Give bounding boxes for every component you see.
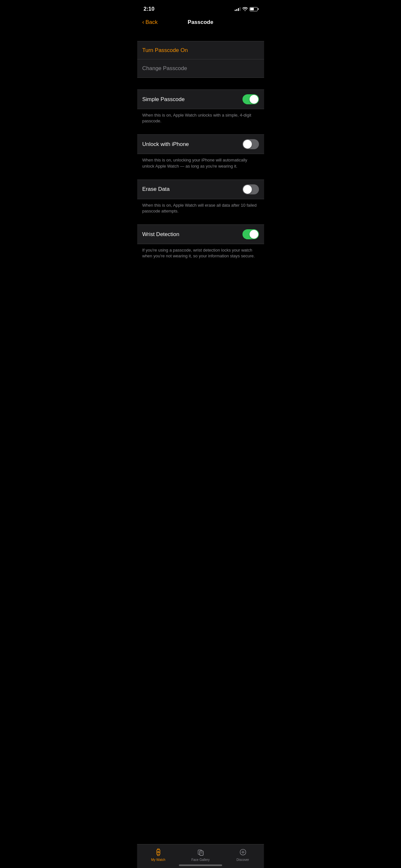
erase-data-group: Erase Data [137,180,264,199]
signal-bars-icon [235,7,241,11]
section-spacer-1 [137,29,264,41]
wrist-detection-toggle-thumb [250,230,258,239]
back-chevron-icon: ‹ [143,19,144,26]
unlock-iphone-toggle[interactable] [243,139,259,149]
section-spacer-2 [137,78,264,89]
section-spacer-3 [137,129,264,134]
simple-passcode-label: Simple Passcode [143,96,185,103]
erase-data-toggle[interactable] [243,184,259,194]
erase-data-description: When this is on, Apple Watch will erase … [137,199,264,219]
change-passcode-label: Change Passcode [143,65,187,72]
erase-data-toggle-thumb [243,185,252,194]
battery-icon [250,7,258,11]
simple-passcode-toggle[interactable] [243,94,259,104]
wrist-detection-label: Wrist Detection [143,231,180,238]
erase-data-row[interactable]: Erase Data [137,180,264,199]
simple-passcode-toggle-thumb [250,95,258,104]
nav-title: Passcode [188,19,213,26]
section-spacer-5 [137,219,264,224]
back-label: Back [146,19,158,26]
wrist-detection-toggle[interactable] [243,229,259,239]
simple-passcode-row[interactable]: Simple Passcode [137,90,264,109]
simple-passcode-description: When this is on, Apple Watch unlocks wit… [137,109,264,129]
change-passcode-row[interactable]: Change Passcode [137,59,264,78]
wrist-detection-row[interactable]: Wrist Detection [137,225,264,244]
content: Turn Passcode On Change Passcode Simple … [137,29,264,265]
bottom-spacer [137,265,264,297]
status-bar: 2:10 [137,0,264,16]
passcode-actions-group: Turn Passcode On Change Passcode [137,41,264,78]
status-icons [235,7,258,11]
nav-bar: ‹ Back Passcode [137,16,264,29]
unlock-iphone-toggle-thumb [243,140,252,149]
simple-passcode-group: Simple Passcode [137,89,264,109]
status-time: 2:10 [144,6,155,12]
unlock-iphone-group: Unlock with iPhone [137,134,264,154]
back-button[interactable]: ‹ Back [143,19,158,26]
wifi-icon [243,7,248,11]
unlock-iphone-label: Unlock with iPhone [143,141,189,148]
turn-passcode-on-label: Turn Passcode On [143,47,188,54]
section-spacer-4 [137,175,264,180]
turn-passcode-on-row[interactable]: Turn Passcode On [137,41,264,59]
unlock-iphone-row[interactable]: Unlock with iPhone [137,135,264,154]
unlock-iphone-description: When this is on, unlocking your iPhone w… [137,154,264,174]
wrist-detection-description: If you're using a passcode, wrist detect… [137,244,264,264]
wrist-detection-group: Wrist Detection [137,224,264,244]
erase-data-label: Erase Data [143,186,170,192]
